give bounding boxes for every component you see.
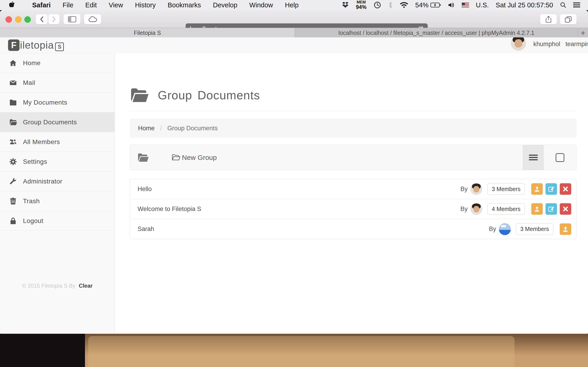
menu-items: Safari File Edit View History Bookmarks … bbox=[26, 1, 304, 9]
group-name[interactable]: Sarah bbox=[138, 225, 154, 233]
home-icon bbox=[9, 59, 17, 67]
menu-help[interactable]: Help bbox=[279, 1, 305, 9]
members-count-button[interactable]: 4 Members bbox=[487, 203, 525, 215]
breadcrumb-home-link[interactable]: Home bbox=[138, 125, 155, 132]
window-zoom-button[interactable] bbox=[24, 16, 31, 23]
group-name[interactable]: Welcome to Filetopia S bbox=[138, 206, 201, 213]
user-first-name[interactable]: khumphol bbox=[533, 41, 560, 48]
logo-f-box: F bbox=[8, 40, 19, 51]
menu-develop[interactable]: Develop bbox=[207, 1, 243, 9]
upload-button[interactable] bbox=[531, 183, 543, 195]
sidebar-item-trash[interactable]: Trash bbox=[0, 191, 115, 211]
memory-status[interactable]: MEM 94% bbox=[356, 0, 367, 10]
group-row-sarah[interactable]: Sarah By 3 Members bbox=[130, 219, 576, 239]
back-button[interactable] bbox=[36, 14, 48, 24]
logo-s-badge: S bbox=[55, 42, 64, 51]
sidebar-item-mail[interactable]: Mail bbox=[0, 73, 115, 93]
apple-menu-icon[interactable] bbox=[9, 1, 16, 9]
time-machine-icon[interactable] bbox=[373, 1, 381, 9]
tab-bar: Filetopia S localhost / localhost / file… bbox=[0, 28, 588, 38]
spotlight-icon[interactable] bbox=[560, 2, 566, 8]
upload-button[interactable] bbox=[531, 203, 543, 215]
notification-center-icon[interactable] bbox=[573, 2, 580, 8]
sidebar-label: Group Documents bbox=[23, 119, 77, 126]
tabs-icon bbox=[565, 16, 572, 23]
group-list: Hello By 3 Members bbox=[130, 179, 577, 239]
user-last-name[interactable]: tearmpin bbox=[565, 41, 588, 48]
group-row-hello[interactable]: Hello By 3 Members bbox=[130, 179, 576, 199]
folder-open-icon bbox=[130, 88, 149, 103]
delete-button[interactable] bbox=[560, 203, 571, 215]
site-header: F iletopia S khumphol tearmpin bbox=[0, 37, 588, 53]
breadcrumb-separator: / bbox=[160, 125, 162, 132]
edit-icon bbox=[548, 206, 554, 212]
menu-view[interactable]: View bbox=[103, 1, 129, 9]
menu-edit[interactable]: Edit bbox=[79, 1, 103, 9]
cloud-icon bbox=[88, 16, 97, 23]
owner-avatar bbox=[470, 183, 482, 195]
mem-value: 94% bbox=[356, 5, 367, 10]
back-chevron-icon bbox=[39, 16, 45, 23]
close-icon bbox=[562, 186, 569, 192]
volume-icon[interactable] bbox=[448, 2, 455, 8]
us-flag-icon[interactable] bbox=[462, 2, 469, 8]
close-icon bbox=[562, 206, 569, 212]
by-label: By bbox=[489, 225, 496, 233]
menu-safari[interactable]: Safari bbox=[26, 1, 57, 9]
new-tab-button[interactable]: + bbox=[578, 28, 588, 38]
menu-history[interactable]: History bbox=[129, 1, 162, 9]
sidebar-label: Logout bbox=[23, 217, 43, 225]
sidebar-item-group-documents[interactable]: Group Documents bbox=[0, 112, 115, 132]
window-minimize-button[interactable] bbox=[15, 16, 22, 23]
sidebar-item-administrator[interactable]: Administrator bbox=[0, 172, 115, 191]
sidebar-item-home[interactable]: Home bbox=[0, 53, 115, 73]
battery-icon bbox=[431, 2, 441, 8]
show-all-tabs-button[interactable] bbox=[560, 14, 577, 24]
tab-phpmyadmin-title: localhost / localhost / filetopia_s_mast… bbox=[338, 30, 535, 36]
edit-button[interactable] bbox=[545, 183, 557, 195]
members-count-button[interactable]: 3 Members bbox=[516, 223, 553, 235]
sidebar-item-my-documents[interactable]: My Documents bbox=[0, 93, 115, 112]
clear-link[interactable]: Clear bbox=[79, 283, 93, 289]
new-group-button[interactable]: New Group bbox=[172, 154, 217, 161]
site-logo[interactable]: F iletopia S bbox=[8, 39, 64, 51]
group-name[interactable]: Hello bbox=[138, 186, 152, 193]
sidebar-label: Mail bbox=[23, 79, 35, 86]
sidebar-toggle-button[interactable] bbox=[64, 14, 80, 24]
edit-button[interactable] bbox=[545, 203, 557, 215]
upload-button[interactable] bbox=[560, 223, 571, 235]
folder-open-icon bbox=[137, 153, 149, 162]
menu-window[interactable]: Window bbox=[243, 1, 279, 9]
menu-file[interactable]: File bbox=[57, 1, 79, 9]
tab-filetopia[interactable]: Filetopia S bbox=[0, 28, 295, 38]
dropbox-icon[interactable] bbox=[342, 2, 349, 8]
mail-icon bbox=[9, 79, 17, 87]
grid-icon bbox=[556, 153, 564, 162]
mem-label: MEM bbox=[357, 0, 366, 4]
delete-button[interactable] bbox=[560, 183, 571, 195]
forward-button[interactable] bbox=[48, 14, 60, 24]
group-row-welcome[interactable]: Welcome to Filetopia S By 4 Members bbox=[130, 199, 576, 219]
list-icon bbox=[529, 153, 538, 161]
list-view-button[interactable] bbox=[523, 145, 544, 170]
members-count-button[interactable]: 3 Members bbox=[487, 183, 525, 195]
user-avatar[interactable] bbox=[511, 37, 526, 51]
tab-filetopia-title: Filetopia S bbox=[134, 30, 161, 36]
grid-view-button[interactable] bbox=[544, 145, 576, 170]
tab-phpmyadmin[interactable]: localhost / localhost / filetopia_s_mast… bbox=[295, 28, 578, 38]
sidebar-item-logout[interactable]: Logout bbox=[0, 211, 115, 231]
page-window: F iletopia S khumphol tearmpin Home Mail… bbox=[0, 37, 588, 336]
sidebar-label: Trash bbox=[23, 198, 40, 205]
share-button[interactable] bbox=[540, 14, 557, 24]
sidebar-item-all-members[interactable]: All Members bbox=[0, 132, 115, 152]
input-source-label[interactable]: U.S. bbox=[476, 1, 489, 9]
window-close-button[interactable] bbox=[6, 16, 12, 23]
icloud-tabs-button[interactable] bbox=[84, 14, 101, 24]
wifi-icon[interactable] bbox=[400, 2, 408, 8]
menu-clock[interactable]: Sat Jul 25 00:57:50 bbox=[496, 1, 553, 9]
sidebar-item-settings[interactable]: Settings bbox=[0, 152, 115, 172]
menu-bookmarks[interactable]: Bookmarks bbox=[162, 1, 207, 9]
battery-status[interactable]: 54% bbox=[415, 1, 441, 9]
page-title: Group Documents bbox=[158, 88, 260, 102]
bluetooth-icon[interactable] bbox=[388, 2, 393, 8]
